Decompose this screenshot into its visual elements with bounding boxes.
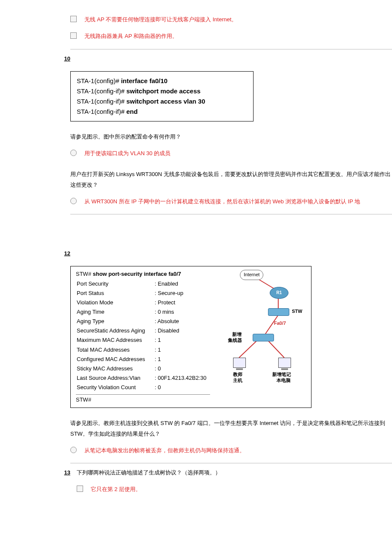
pc1-label-2: 主机 (233, 376, 242, 385)
table-row: Last Source Address:Vlan: 00F1.4213.42B2… (77, 374, 209, 382)
svg-line-4 (268, 341, 284, 358)
code-line: STA-1(config)# (77, 77, 121, 84)
laptop-icon (278, 358, 291, 368)
table-row: Aging Time: 0 mins (77, 308, 209, 316)
table-row: Total MAC Addresses: 1 (77, 346, 209, 354)
checkbox-icon[interactable] (77, 486, 83, 492)
q9-option-2-text: 无线路由器兼具 AP 和路由器的作用。 (84, 31, 178, 41)
code-line: STA-1(config-if)# (77, 98, 126, 105)
table-row: Maximum MAC Addresses: 1 (77, 336, 209, 344)
q11-question-text: 用户在打开新买的 Linksys WRT300N 无线多功能设备包装后，需要更改… (70, 167, 392, 193)
topology-lines (214, 270, 306, 381)
table-row: Aging Type: Absolute (77, 317, 209, 326)
table-row: Security Violation Count: 0 (77, 383, 209, 392)
q12-answer: 从笔记本电脑发出的帧将被丢弃，但教师主机仍与网络保持连通。 (70, 442, 392, 459)
hub-label-2: 集线器 (228, 336, 242, 345)
table-row: Violation Mode: Protect (77, 298, 209, 307)
q9-option-1: 无线 AP 不需要任何物理连接即可让无线客户端接入 Internet。 (70, 11, 392, 28)
table-row: Sticky MAC Addresses: 0 (77, 364, 209, 373)
divider (70, 49, 392, 49)
question-number-10: 10 (0, 54, 77, 64)
question-number-13: 13 (0, 468, 77, 497)
code-cmd: switchport mode access (126, 87, 200, 95)
q12-question-text: 请参见图示。教师主机连接到交换机 STW 的 Fa0/7 端口。一位学生想要共享… (70, 416, 392, 442)
q13-option-1: 它只在第 2 层使用。 (77, 481, 392, 497)
q10-answer: 用于使该端口成为 VLAN 30 的成员 (70, 145, 392, 162)
q9-option-2: 无线路由器兼具 AP 和路由器的作用。 (70, 28, 392, 44)
divider (70, 463, 392, 463)
internet-cloud-icon: Internet (240, 270, 263, 280)
q9-option-1-text: 无线 AP 不需要任何物理连接即可让无线客户端接入 Internet。 (84, 14, 237, 24)
q12-exhibit: STW# show port-security interface fa0/7 … (70, 266, 311, 408)
q13-option-1-text: 它只在第 2 层使用。 (91, 484, 141, 494)
cli-prompt: STW# (76, 271, 93, 277)
q13-question-text: 下列哪两种说法正确地描述了生成树协议？（选择两项。） (77, 468, 392, 481)
switch-stw-icon (268, 308, 289, 316)
code-cmd: interface fa0/10 (121, 77, 167, 84)
fa07-label: Fa0/7 (274, 319, 286, 328)
radio-icon[interactable] (70, 198, 77, 204)
cli-command: show port-security interface fa0/7 (93, 271, 181, 277)
question-number-12: 12 (0, 249, 77, 258)
port-security-table: Port Security: Enabled Port Status: Secu… (76, 279, 210, 393)
cli-prompt-end: STW# (76, 394, 210, 404)
code-line: STA-1(config-if)# (77, 108, 126, 115)
table-row: Port Status: Secure-up (77, 289, 209, 298)
checkbox-icon[interactable] (70, 16, 77, 22)
table-row: Configured MAC Addresses: 1 (77, 355, 209, 364)
table-row: Port Security: Enabled (77, 280, 209, 288)
q12-cli-output: STW# show port-security interface fa0/7 … (76, 270, 210, 404)
table-row: SecureStatic Address Aging: Disabled (77, 327, 209, 335)
radio-icon[interactable] (70, 150, 77, 156)
q12-answer-text: 从笔记本电脑发出的帧将被丢弃，但教师主机仍与网络保持连通。 (84, 445, 245, 455)
teacher-pc-icon (233, 358, 246, 368)
hub-icon (253, 334, 274, 341)
divider (70, 214, 392, 214)
q11-answer-text: 从 WRT300N 所在 IP 子网中的一台计算机建立有线连接，然后在该计算机的… (84, 197, 360, 206)
radio-icon[interactable] (70, 447, 77, 453)
stw-label: STW (292, 307, 302, 316)
checkbox-icon[interactable] (70, 32, 77, 39)
code-cmd: switchport access vlan 30 (126, 98, 205, 105)
q12-topology-diagram: Internet R1 STW Fa0/7 新增 集线器 教师 主机 新增笔记 … (214, 270, 306, 404)
q10-code-exhibit: STA-1(config)# interface fa0/10 STA-1(co… (70, 71, 254, 121)
q10-answer-text: 用于使该端口成为 VLAN 30 的成员 (84, 148, 170, 158)
q10-question-text: 请参见图示。图中所示的配置命令有何作用？ (70, 129, 392, 145)
code-line: STA-1(config-if)# (77, 87, 126, 95)
code-cmd: end (126, 108, 138, 115)
q11-answer: 从 WRT300N 所在 IP 子网中的一台计算机建立有线连接，然后在该计算机的… (70, 193, 392, 210)
pc2-label-2: 本电脑 (277, 376, 291, 385)
